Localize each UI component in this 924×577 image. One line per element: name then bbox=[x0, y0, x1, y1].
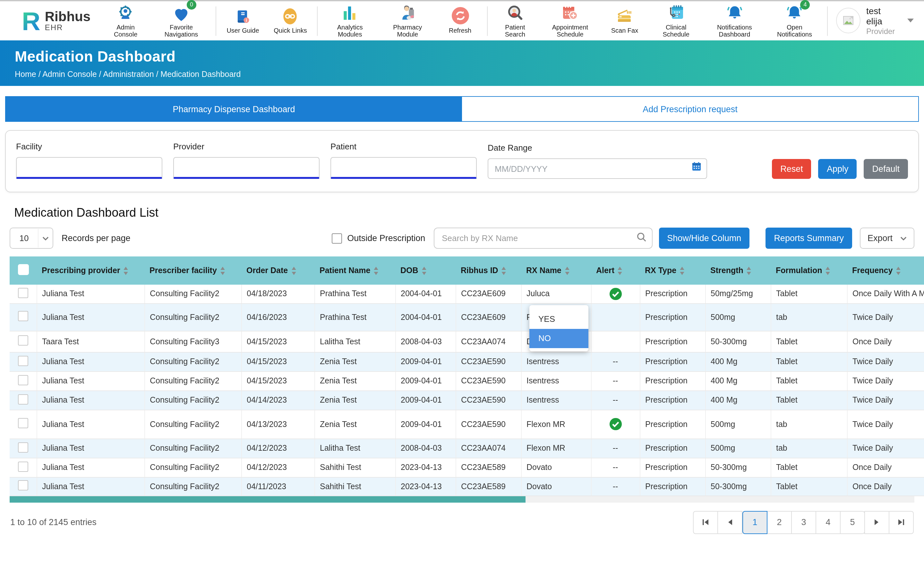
row-checkbox[interactable] bbox=[18, 461, 28, 472]
table-cell: Prescription bbox=[640, 410, 705, 438]
table-cell: 04/13/2023 bbox=[241, 410, 314, 438]
outside-prescription-checkbox[interactable] bbox=[332, 233, 342, 243]
page-button-4[interactable]: 4 bbox=[816, 511, 841, 534]
select-all-checkbox[interactable] bbox=[18, 264, 29, 275]
alert-check-icon[interactable] bbox=[609, 287, 622, 301]
prev-page-button[interactable] bbox=[717, 511, 742, 534]
nav-item-notifications-dashboard[interactable]: Notifications Dashboard bbox=[704, 3, 765, 38]
provider-input[interactable] bbox=[173, 157, 320, 179]
calendar-icon[interactable] bbox=[692, 161, 701, 174]
row-checkbox[interactable] bbox=[18, 356, 28, 366]
patient-input[interactable] bbox=[330, 157, 477, 179]
table-row: Juliana TestConsulting Facility204/18/20… bbox=[10, 285, 924, 303]
date-range-input[interactable] bbox=[488, 158, 707, 179]
nav-item-favorite-navigations[interactable]: 0 Favorite Navigations bbox=[150, 3, 212, 38]
column-header[interactable]: Alert bbox=[591, 256, 640, 285]
alert-option-yes[interactable]: YES bbox=[529, 309, 588, 329]
sort-icon[interactable] bbox=[501, 266, 507, 275]
nav-item-appointment-schedule[interactable]: Appointment Schedule bbox=[540, 3, 601, 38]
medication-table-wrapper: Prescribing providerPrescriber facilityO… bbox=[10, 256, 914, 502]
nav-divider bbox=[317, 6, 318, 35]
row-checkbox[interactable] bbox=[18, 335, 28, 346]
sort-icon[interactable] bbox=[680, 266, 685, 275]
next-page-button[interactable] bbox=[864, 511, 889, 534]
row-checkbox[interactable] bbox=[18, 442, 28, 452]
page-button-3[interactable]: 3 bbox=[791, 511, 816, 534]
export-dropdown[interactable]: Export bbox=[860, 227, 914, 249]
table-cell: Prescription bbox=[640, 285, 705, 303]
table-cell: Tablet bbox=[771, 331, 847, 352]
column-header[interactable]: RX Name bbox=[521, 256, 591, 285]
sort-icon[interactable] bbox=[896, 266, 901, 275]
sort-icon[interactable] bbox=[220, 266, 225, 275]
column-header[interactable]: Prescriber facility bbox=[144, 256, 241, 285]
nav-item-pharmacy-module[interactable]: Pharmacy Module bbox=[379, 3, 437, 38]
sort-icon[interactable] bbox=[291, 266, 296, 275]
logo-r-icon: R bbox=[22, 8, 40, 34]
table-cell: 500mg bbox=[705, 438, 771, 458]
page-button-5[interactable]: 5 bbox=[840, 511, 865, 534]
facility-input[interactable] bbox=[16, 157, 162, 179]
column-header[interactable]: Frequency bbox=[847, 256, 924, 285]
nav-item-refresh[interactable]: Refresh bbox=[436, 7, 484, 35]
alert-dropdown: YES NO bbox=[529, 305, 588, 351]
sort-icon[interactable] bbox=[565, 266, 570, 275]
show-hide-column-button[interactable]: Show/Hide Column bbox=[659, 227, 750, 249]
column-header[interactable]: Formulation bbox=[771, 256, 847, 285]
first-page-button[interactable] bbox=[693, 511, 718, 534]
user-name: test elija bbox=[866, 5, 898, 27]
user-menu[interactable]: test elija Provider bbox=[836, 5, 914, 36]
tab-add-prescription-request[interactable]: Add Prescription request bbox=[462, 97, 918, 121]
column-header[interactable]: Strength bbox=[705, 256, 771, 285]
table-cell: Consulting Facility2 bbox=[144, 458, 241, 477]
row-checkbox[interactable] bbox=[18, 394, 28, 404]
brand-logo[interactable]: R Ribhus EHR bbox=[22, 8, 90, 34]
brand-sub: EHR bbox=[45, 24, 90, 32]
nav-item-scan-fax[interactable]: Scan Fax bbox=[601, 7, 648, 35]
row-checkbox[interactable] bbox=[18, 418, 28, 428]
table-cell: Prescription bbox=[640, 371, 705, 390]
row-checkbox[interactable] bbox=[18, 288, 28, 298]
tab-pharmacy-dispense-dashboard[interactable]: Pharmacy Dispense Dashboard bbox=[6, 97, 462, 121]
breadcrumb[interactable]: Home / Admin Console / Administration / … bbox=[15, 69, 924, 79]
records-per-page-select[interactable]: 10 bbox=[10, 227, 53, 249]
user-role: Provider bbox=[866, 27, 898, 36]
alert-option-no[interactable]: NO bbox=[529, 329, 588, 348]
table-cell: Lalitha Test bbox=[314, 438, 395, 458]
nav-item-analytics-modules[interactable]: Analytics Modules bbox=[321, 3, 379, 38]
column-header[interactable]: Ribhus ID bbox=[456, 256, 521, 285]
sort-icon[interactable] bbox=[373, 266, 379, 275]
row-checkbox[interactable] bbox=[18, 480, 28, 490]
column-header[interactable]: Order Date bbox=[241, 256, 314, 285]
row-checkbox[interactable] bbox=[18, 375, 28, 385]
alert-check-icon[interactable] bbox=[609, 417, 622, 431]
clinical-calendar-icon bbox=[667, 3, 685, 21]
apply-button[interactable]: Apply bbox=[819, 159, 857, 179]
scrollbar-thumb[interactable] bbox=[10, 496, 525, 502]
last-page-button[interactable] bbox=[889, 511, 914, 534]
sort-icon[interactable] bbox=[422, 266, 427, 275]
reset-button[interactable]: Reset bbox=[772, 159, 811, 179]
row-checkbox[interactable] bbox=[18, 311, 28, 321]
sort-icon[interactable] bbox=[124, 266, 129, 275]
sort-icon[interactable] bbox=[825, 266, 830, 275]
column-header[interactable]: DOB bbox=[395, 256, 456, 285]
default-button[interactable]: Default bbox=[864, 159, 908, 179]
column-header[interactable]: Patient Name bbox=[314, 256, 395, 285]
nav-item-user-guide[interactable]: i User Guide bbox=[219, 7, 267, 35]
column-header[interactable]: RX Type bbox=[640, 256, 705, 285]
nav-item-quick-links[interactable]: Quick Links bbox=[267, 7, 314, 35]
table-cell: Twice Daily bbox=[847, 410, 924, 438]
nav-item-patient-search[interactable]: Patient Search bbox=[491, 3, 540, 38]
nav-item-clinical-schedule[interactable]: Clinical Schedule bbox=[648, 3, 704, 38]
search-input[interactable] bbox=[433, 227, 652, 249]
page-button-2[interactable]: 2 bbox=[767, 511, 792, 534]
reports-summary-button[interactable]: Reports Summary bbox=[766, 227, 852, 249]
horizontal-scrollbar[interactable] bbox=[10, 496, 914, 502]
nav-item-admin-console[interactable]: Admin Console bbox=[101, 3, 150, 38]
column-header[interactable]: Prescribing provider bbox=[37, 256, 144, 285]
page-button-1[interactable]: 1 bbox=[742, 511, 767, 534]
sort-icon[interactable] bbox=[618, 266, 623, 275]
nav-item-open-notifications[interactable]: 4 Open Notifications bbox=[765, 3, 824, 38]
sort-icon[interactable] bbox=[746, 266, 752, 275]
